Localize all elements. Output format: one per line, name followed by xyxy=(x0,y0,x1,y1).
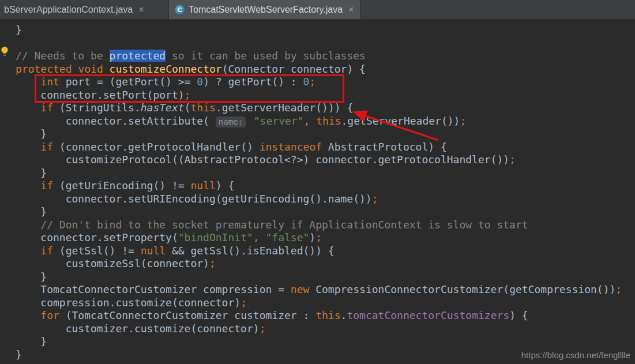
code-line: } xyxy=(16,24,635,37)
code-token xyxy=(72,63,78,75)
code-token: (connector.getProtocolHandler() xyxy=(53,141,260,153)
code-token: ) { xyxy=(509,309,528,321)
code-token: } xyxy=(40,205,47,217)
code-line: if (StringUtils.hasText(this.getServerHe… xyxy=(16,102,635,115)
code-token: compression.customize(connector) xyxy=(40,297,241,309)
code-token: ; xyxy=(615,283,622,295)
code-line: connector.setAttribute( name: "server", … xyxy=(16,115,635,128)
code-token: if xyxy=(40,245,53,257)
code-token: ; xyxy=(309,76,315,88)
code-line: } xyxy=(16,205,635,219)
code-token xyxy=(103,63,110,75)
code-token: ; xyxy=(509,153,516,166)
code-token: AbstractProtocol) { xyxy=(322,141,447,153)
code-token: connector.setProperty( xyxy=(40,231,178,243)
code-line: connector.setURIEncoding(getUriEncoding(… xyxy=(16,193,635,206)
code-token: "server" xyxy=(254,115,304,127)
code-line: if (getUriEncoding() != null) { xyxy=(16,179,635,193)
code-token: . xyxy=(341,309,347,321)
code-token: (Connector connector) { xyxy=(222,63,366,75)
code-line: } xyxy=(16,127,635,141)
code-line xyxy=(16,37,635,50)
code-token: customizeProtocol((AbstractProtocol<?>) … xyxy=(66,153,509,166)
code-token: (StringUtils. xyxy=(53,102,141,114)
code-token: ) { xyxy=(216,179,235,192)
code-token: customizeSsl(connector) xyxy=(66,257,209,269)
tab-server-application-context[interactable]: bServerApplicationContext.java × xyxy=(0,0,169,19)
code-line: customizeProtocol((AbstractProtocol<?>) … xyxy=(16,153,635,167)
code-token: void xyxy=(78,63,103,75)
code-line: int port = (getPort() >= 0) ? getPort() … xyxy=(16,76,635,89)
code-token: (TomcatConnectorCustomizer customizer : xyxy=(59,309,315,321)
code-token: 0 xyxy=(197,76,203,88)
code-token: this xyxy=(316,115,341,127)
code-token: connector.setURIEncoding(getUriEncoding(… xyxy=(66,193,372,205)
close-icon[interactable]: × xyxy=(138,5,144,14)
code-line: // Don't bind to the socket prematurely … xyxy=(16,219,635,232)
intention-bulb-icon[interactable] xyxy=(0,46,9,57)
code-token: && getSsl().isEnabled()) { xyxy=(166,245,335,257)
tab-label: bServerApplicationContext.java xyxy=(4,5,133,15)
code-token: instanceof xyxy=(260,141,322,153)
tab-label: TomcatServletWebServerFactory.java xyxy=(189,5,343,15)
code-area: } // Needs to be protected so it can be … xyxy=(16,24,635,361)
code-token: "bindOnInit" xyxy=(178,231,253,243)
code-token: new xyxy=(291,283,310,295)
code-token xyxy=(310,115,316,127)
code-token: tomcatConnectorCustomizers xyxy=(347,309,509,321)
code-token: ; xyxy=(260,322,266,335)
code-token: connector.setAttribute( xyxy=(66,115,216,127)
code-token: ; xyxy=(209,257,216,269)
code-token: null xyxy=(190,179,215,192)
code-token: CompressionConnectorCustomizer(getCompre… xyxy=(309,283,615,295)
code-line: protected void customizeConnector(Connec… xyxy=(16,63,635,76)
code-token xyxy=(247,115,254,127)
code-token: ) xyxy=(309,231,315,243)
editor-tab-bar: bServerApplicationContext.java × C Tomca… xyxy=(0,0,635,20)
code-token: (getSsl() != xyxy=(53,245,141,257)
code-token: null xyxy=(141,245,166,257)
code-token: ( xyxy=(185,102,191,114)
parameter-name-hint: name: xyxy=(216,117,246,127)
tab-tomcat-servlet-web-server-factory[interactable]: C TomcatServletWebServerFactory.java × xyxy=(169,0,360,19)
code-token: } xyxy=(40,271,47,283)
close-icon[interactable]: × xyxy=(348,5,354,14)
code-line: customizer.customize(connector); xyxy=(16,322,635,336)
code-token: // Don't bind to the socket prematurely … xyxy=(40,219,528,231)
code-token: ; xyxy=(241,297,247,309)
code-token: so it can be used by subclasses xyxy=(166,50,366,62)
code-token: if xyxy=(40,179,53,192)
code-token: ; xyxy=(185,89,191,101)
code-editor[interactable]: } // Needs to be protected so it can be … xyxy=(0,20,635,364)
code-token: .getServerHeader())) { xyxy=(216,102,353,114)
code-token: protected xyxy=(110,50,166,62)
code-token: this xyxy=(190,102,215,114)
code-token: // Needs to be xyxy=(16,50,110,62)
code-token: port = (getPort() >= xyxy=(59,76,197,88)
code-line: for (TomcatConnectorCustomizer customize… xyxy=(16,309,635,322)
class-icon: C xyxy=(175,5,185,14)
code-line: } xyxy=(16,167,635,180)
code-token: } xyxy=(40,335,47,347)
code-line: TomcatConnectorCustomizer compression = … xyxy=(16,283,635,297)
code-token: } xyxy=(40,127,47,140)
code-token xyxy=(260,231,266,243)
code-token: ; xyxy=(460,115,466,127)
code-token: } xyxy=(16,24,22,36)
code-token: (getUriEncoding() != xyxy=(53,179,190,192)
code-line: } xyxy=(16,271,635,284)
code-token: ; xyxy=(372,193,378,205)
code-token: ; xyxy=(315,231,322,243)
code-token: this xyxy=(315,309,340,321)
code-token: , xyxy=(253,231,260,243)
code-token: "false" xyxy=(266,231,310,243)
code-token: } xyxy=(40,167,47,179)
code-line: customizeSsl(connector); xyxy=(16,257,635,271)
code-token: customizer.customize(connector) xyxy=(66,322,260,335)
code-line: // Needs to be protected so it can be us… xyxy=(16,50,635,63)
code-line: if (getSsl() != null && getSsl().isEnabl… xyxy=(16,245,635,258)
code-line: connector.setProperty("bindOnInit", "fal… xyxy=(16,231,635,245)
code-token: ) ? getPort() : xyxy=(203,76,303,88)
code-token: hasText xyxy=(141,102,185,114)
code-token: .getServerHeader()) xyxy=(341,115,460,127)
